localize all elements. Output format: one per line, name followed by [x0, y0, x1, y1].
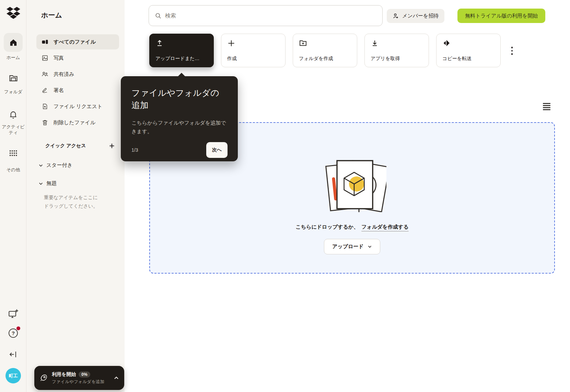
photos-icon: [42, 55, 48, 61]
bar: [543, 107, 550, 108]
sidebar-item-photos[interactable]: 写真: [36, 50, 119, 66]
dot: [511, 47, 513, 48]
get-apps-button[interactable]: アプリを取得: [364, 34, 429, 67]
drag-hint-line2: ドラッグしてください。: [44, 202, 118, 210]
sidebar-item-label: 共有済み: [54, 71, 74, 78]
rail-collapse-button[interactable]: [0, 350, 26, 359]
folder-plus-icon: [299, 39, 307, 47]
sidebar-section-untitled[interactable]: 無題: [36, 180, 119, 187]
rail-item-help[interactable]: ?: [0, 328, 26, 338]
banner-progress-badge: 0%: [79, 371, 90, 378]
bar: [543, 105, 550, 106]
plus-icon: [109, 143, 115, 149]
rail-item-more[interactable]: [0, 150, 26, 156]
chevron-up-icon[interactable]: [114, 375, 119, 381]
tooltip-title: ファイルやフォルダの追加: [131, 87, 228, 111]
tooltip-body: こちらからファイルやフォルダを追加できます。: [131, 118, 228, 136]
rail-folders-label: フォルダ: [0, 89, 26, 95]
search-icon: [155, 13, 161, 19]
rail-item-install-apps[interactable]: [0, 309, 26, 319]
more-actions-button[interactable]: [507, 43, 517, 58]
rail-item-activity[interactable]: [0, 110, 26, 119]
create-folder-link[interactable]: フォルダを作成する: [361, 224, 408, 230]
sidebar-item-label: 削除したファイル: [54, 119, 95, 126]
rail-more-label: その他: [0, 167, 26, 173]
dot: [511, 50, 513, 52]
dropzone-upload-label: アップロード: [332, 243, 364, 250]
files-illustration: [318, 154, 386, 212]
rail-home-label: ホーム: [0, 55, 26, 60]
nav-rail: ホーム フォルダ アクティビティ その他 ?: [0, 0, 26, 392]
drag-hint-text: 重要なアイテムをここに ドラッグしてください。: [44, 193, 118, 210]
signature-pen-icon: [42, 87, 48, 94]
banner-texts: 利用を開始 0% ファイルやフォルダを追加: [52, 371, 104, 385]
dropbox-logo[interactable]: [0, 7, 26, 19]
start-free-trial-button[interactable]: 無料トライアル版の利用を開始: [457, 9, 545, 23]
quick-access-header: クイック アクセス: [36, 142, 119, 150]
get-apps-button-label: アプリを取得: [371, 56, 423, 62]
transfer-copy-button-label: コピーを転送: [442, 56, 495, 62]
bar: [543, 109, 550, 110]
chevron-down-icon: [368, 244, 372, 249]
tooltip-step-counter: 1/3: [131, 147, 138, 153]
monitor-plus-icon: [8, 309, 19, 319]
plus-icon: [227, 39, 235, 47]
transfer-icon: [442, 39, 451, 47]
start-free-trial-label: 無料トライアル版の利用を開始: [465, 13, 538, 19]
transfer-copy-button[interactable]: コピーを転送: [436, 34, 501, 67]
upload-button[interactable]: アップロードまた…: [149, 34, 214, 67]
search-input[interactable]: [165, 13, 376, 19]
dropzone-prompt: こちらにドロップするか、: [295, 224, 359, 230]
rail-activity-label: アクティビティ: [0, 124, 26, 136]
sidebar-item-shared[interactable]: 共有済み: [36, 67, 119, 82]
grid-icon: [10, 150, 17, 156]
help-icon: ?: [9, 328, 18, 338]
onboarding-tooltip: ファイルやフォルダの追加 こちらからファイルやフォルダを追加できます。 1/3 …: [121, 76, 238, 161]
dropbox-logo-icon: [7, 7, 20, 19]
dropzone-text: こちらにドロップするか、 フォルダを作成する: [295, 224, 408, 230]
tooltip-next-button[interactable]: 次へ: [206, 142, 228, 158]
list-view-toggle[interactable]: [543, 103, 550, 110]
user-avatar[interactable]: 町工: [5, 368, 21, 383]
chevron-down-icon: [38, 181, 43, 186]
avatar-initials: 町工: [9, 373, 18, 379]
dropzone-upload-button[interactable]: アップロード: [324, 239, 380, 254]
sidebar-item-file-requests[interactable]: ファイル リクエスト: [36, 99, 119, 114]
rail-item-folders[interactable]: [0, 73, 26, 83]
folder-icon: [9, 73, 18, 83]
sidebar-nav-list: すべてのファイル 写真 共有済み 署名: [36, 34, 119, 131]
quick-access-add-button[interactable]: [108, 142, 116, 150]
sidebar-item-signatures[interactable]: 署名: [36, 83, 119, 98]
create-button-label: 作成: [227, 56, 279, 62]
download-icon: [371, 39, 379, 47]
trash-icon: [42, 119, 48, 126]
upload-button-label: アップロードまた…: [155, 56, 208, 62]
banner-title: 利用を開始: [52, 371, 76, 378]
banner-subtitle: ファイルやフォルダを追加: [52, 379, 104, 385]
sidebar-item-all-files[interactable]: すべてのファイル: [36, 34, 119, 49]
create-button[interactable]: 作成: [221, 34, 286, 67]
person-plus-icon: [393, 13, 399, 19]
bell-icon: [9, 110, 18, 119]
sidebar-item-deleted-files[interactable]: 削除したファイル: [36, 115, 119, 130]
rail-item-home[interactable]: [4, 33, 23, 52]
dot: [511, 53, 513, 55]
upload-icon: [155, 39, 164, 47]
sidebar-section-starred[interactable]: スター付き: [36, 162, 119, 169]
shared-icon: [42, 71, 48, 78]
rocket-icon: [39, 374, 48, 382]
collapse-sidebar-icon: [9, 350, 18, 359]
all-files-icon: [42, 38, 48, 45]
sidebar: ホーム すべてのファイル 写真 共有済み: [26, 0, 125, 392]
invite-members-button[interactable]: メンバーを招待: [387, 9, 444, 23]
starred-label: スター付き: [46, 162, 72, 169]
quick-access-label: クイック アクセス: [45, 143, 86, 149]
create-folder-button[interactable]: フォルダを作成: [293, 34, 357, 67]
get-started-banner[interactable]: 利用を開始 0% ファイルやフォルダを追加: [34, 366, 124, 390]
search-bar: [149, 5, 383, 26]
drag-hint-line1: 重要なアイテムをここに: [44, 193, 118, 202]
sidebar-item-label: 署名: [54, 87, 64, 94]
invite-members-label: メンバーを招待: [402, 13, 439, 19]
untitled-label: 無題: [46, 180, 57, 187]
tooltip-caret: [178, 73, 185, 77]
